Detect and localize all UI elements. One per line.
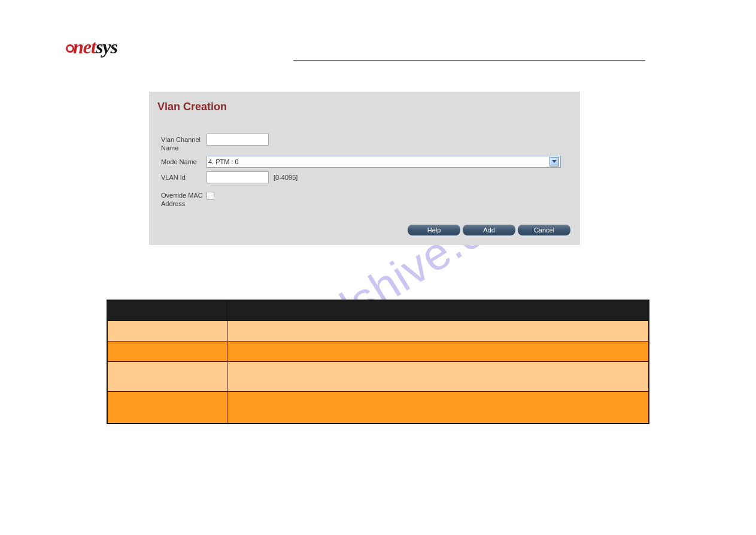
row-vlan-channel-name: Vlan Channel Name [157, 134, 572, 152]
table-cell [107, 341, 227, 361]
mode-name-select[interactable]: 4. PTM : 0 [207, 156, 561, 168]
add-button[interactable]: Add [463, 225, 515, 235]
description-table [107, 300, 649, 424]
logo-text-red: net [73, 36, 96, 58]
table-cell [227, 341, 649, 361]
svg-marker-0 [552, 160, 557, 163]
table-row [107, 341, 649, 361]
label-vlan-channel-name: Vlan Channel Name [157, 134, 207, 152]
cancel-button[interactable]: Cancel [518, 225, 570, 235]
table-row [107, 391, 649, 424]
mode-name-select-value: 4. PTM : 0 [208, 158, 239, 165]
label-mode-name: Mode Name [157, 156, 207, 166]
vlan-creation-panel: Vlan Creation Vlan Channel Name Mode Nam… [149, 92, 580, 245]
label-override-mac: Override MAC Address [157, 189, 207, 208]
row-mode-name: Mode Name 4. PTM : 0 [157, 156, 572, 168]
override-mac-checkbox[interactable] [207, 192, 214, 200]
row-vlan-id: VLAN Id [0-4095] [157, 171, 572, 183]
table-row [107, 361, 649, 391]
table-cell [227, 321, 649, 341]
table-header-row [107, 300, 649, 321]
chevron-down-icon [549, 157, 559, 167]
vlan-id-input[interactable] [207, 171, 269, 183]
table-cell [107, 391, 227, 424]
panel-title: Vlan Creation [157, 101, 572, 113]
header-divider [293, 60, 645, 61]
table-cell [107, 361, 227, 391]
logo-text-black: sys [96, 36, 117, 58]
help-button[interactable]: Help [408, 225, 460, 235]
label-vlan-id: VLAN Id [157, 171, 207, 182]
table-header-col2 [227, 300, 649, 321]
table-header-col1 [107, 300, 227, 321]
table-cell [227, 361, 649, 391]
button-row: Help Add Cancel [157, 225, 572, 235]
vlan-id-hint: [0-4095] [274, 174, 297, 181]
table-row [107, 321, 649, 341]
vlan-channel-name-input[interactable] [207, 134, 269, 146]
brand-logo: netsys [66, 36, 117, 58]
table-cell [227, 391, 649, 424]
row-override-mac: Override MAC Address [157, 189, 572, 208]
table-cell [107, 321, 227, 341]
